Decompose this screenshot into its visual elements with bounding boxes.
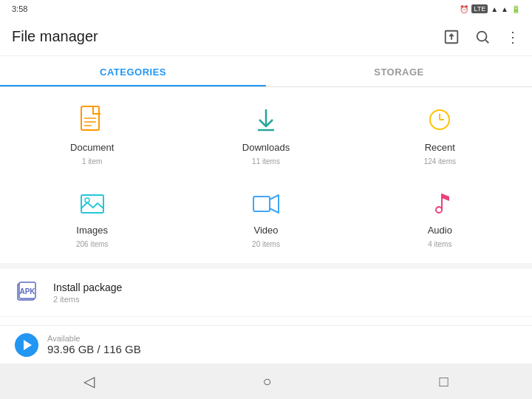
grid-item-downloads[interactable]: Downloads 11 items: [180, 93, 352, 174]
alarm-icon: ⏰: [460, 5, 468, 13]
video-icon: [250, 188, 282, 220]
app-header: File manager ⋮: [0, 18, 532, 56]
svg-text:APK: APK: [19, 287, 35, 296]
grid-item-images[interactable]: Images 206 items: [6, 176, 178, 257]
video-label: Video: [253, 225, 278, 236]
images-count: 206 items: [76, 240, 108, 248]
storage-label: Available: [47, 334, 141, 343]
page-title: File manager: [12, 28, 443, 45]
audio-icon: [423, 188, 456, 220]
tab-categories[interactable]: CATEGORIES: [0, 56, 266, 86]
more-vert-icon[interactable]: ⋮: [505, 28, 520, 46]
category-grid: Document 1 item Downloads 11 items: [0, 87, 532, 263]
install-package-text: Install package 2 items: [53, 282, 517, 304]
status-time: 3:58: [12, 4, 27, 13]
search-icon[interactable]: [474, 29, 491, 45]
grid-item-document[interactable]: Document 1 item: [6, 93, 178, 174]
home-icon[interactable]: ○: [262, 373, 271, 390]
nav-bar: ◁ ○ □: [0, 364, 532, 399]
lte-badge: LTE: [471, 4, 488, 13]
document-label: Document: [70, 142, 114, 153]
document-count: 1 item: [82, 157, 102, 166]
svg-point-1: [477, 31, 487, 41]
downloads-label: Downloads: [242, 142, 290, 153]
install-package-name: Install package: [53, 282, 517, 293]
play-button[interactable]: [15, 333, 38, 357]
install-package-icon: APK: [15, 279, 41, 306]
recent-count: 124 items: [424, 157, 456, 166]
audio-label: Audio: [428, 225, 452, 236]
main-content: Document 1 item Downloads 11 items: [0, 87, 532, 359]
svg-line-2: [485, 40, 488, 43]
storage-amount: 93.96 GB / 116 GB: [47, 343, 141, 355]
list-item-install-package[interactable]: APK Install package 2 items: [0, 269, 532, 317]
recent-label: Recent: [425, 142, 455, 153]
images-label: Images: [76, 225, 108, 236]
downloads-icon: [250, 105, 282, 137]
tab-storage[interactable]: STORAGE: [266, 56, 532, 86]
grid-item-recent[interactable]: Recent 124 items: [354, 93, 526, 174]
status-icons: ⏰ LTE ▲ ▲ 🔋: [460, 4, 520, 13]
svg-rect-12: [81, 195, 103, 213]
install-package-count: 2 items: [53, 295, 517, 304]
grid-item-audio[interactable]: Audio 4 items: [354, 176, 526, 257]
images-icon: [76, 188, 109, 220]
header-actions: ⋮: [443, 28, 520, 46]
document-icon: [76, 105, 109, 137]
tab-bar: CATEGORIES STORAGE: [0, 56, 532, 87]
recent-icon: [423, 105, 456, 137]
downloads-count: 11 items: [252, 157, 280, 166]
signal-icon: ▲: [501, 5, 508, 13]
storage-bar: Available 93.96 GB / 116 GB: [0, 325, 532, 364]
recents-icon[interactable]: □: [439, 373, 448, 390]
storage-info: Available 93.96 GB / 116 GB: [47, 334, 141, 355]
back-icon[interactable]: ◁: [83, 372, 95, 390]
svg-rect-14: [253, 197, 270, 211]
play-triangle-icon: [24, 340, 32, 350]
status-bar: 3:58 ⏰ LTE ▲ ▲ 🔋: [0, 0, 532, 18]
video-count: 20 items: [252, 240, 280, 248]
svg-point-15: [436, 207, 442, 213]
file-upload-icon[interactable]: [443, 29, 460, 45]
audio-count: 4 items: [428, 240, 451, 248]
battery-icon: 🔋: [511, 5, 520, 13]
wifi-icon: ▲: [491, 5, 498, 13]
grid-item-video[interactable]: Video 20 items: [180, 176, 352, 257]
